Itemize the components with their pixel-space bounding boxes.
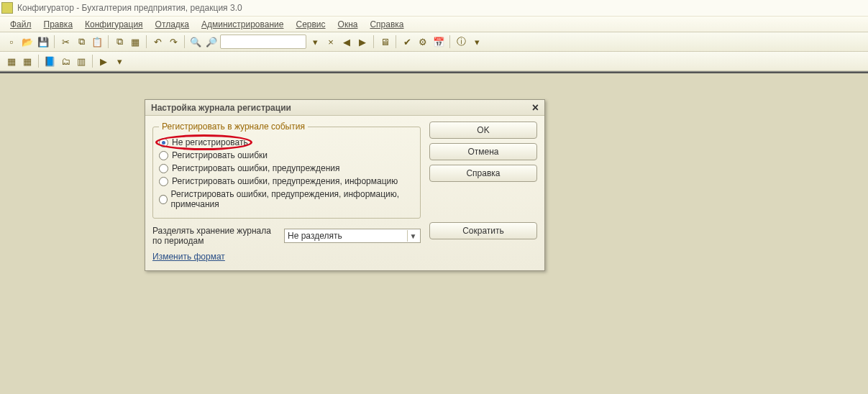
compare-icon[interactable]: ⧉ [112, 35, 127, 49]
menu-edit[interactable]: Правка [38, 17, 79, 32]
layers-icon[interactable]: 🗂 [58, 54, 73, 68]
menu-admin[interactable]: Администрирование [196, 17, 289, 32]
period-label: Разделять хранение журнала по периодам [152, 226, 278, 246]
period-value: Не разделять [288, 231, 342, 241]
save-icon[interactable]: 💾 [36, 35, 50, 49]
redo-icon[interactable]: ↷ [166, 35, 181, 49]
radio-icon [159, 151, 168, 160]
toolbar-separator [396, 35, 396, 48]
calendar-icon[interactable]: 📅 [431, 35, 446, 49]
chevron-down-icon: ▼ [407, 230, 419, 242]
radio-icon [159, 177, 168, 186]
screen-icon[interactable]: 🖥 [378, 35, 392, 49]
run-icon[interactable]: ▶ [96, 54, 111, 68]
period-select[interactable]: Не разделять ▼ [284, 229, 421, 243]
radio-label: Регистрировать ошибки, предупреждения [172, 163, 340, 173]
app-icon [1, 2, 13, 14]
syntax-check-icon[interactable]: ✔︎ [400, 35, 414, 49]
log-settings-dialog: Настройка журнала регистрации × Регистри… [145, 99, 545, 271]
paste-icon[interactable]: 📋 [90, 35, 104, 49]
shrink-button[interactable]: Сократить [429, 222, 537, 239]
radio-errors-warnings-info[interactable]: Регистрировать ошибки, предупреждения, и… [159, 175, 414, 188]
radio-icon [159, 164, 168, 173]
find-icon[interactable]: 🔍 [188, 35, 203, 49]
radio-label: Регистрировать ошибки, предупреждения, и… [172, 176, 398, 186]
radio-errors[interactable]: Регистрировать ошибки [159, 149, 414, 162]
change-format-link[interactable]: Изменить формат [152, 252, 225, 262]
toolbar-separator [146, 35, 147, 48]
menu-windows[interactable]: Окна [332, 17, 364, 32]
grid1-icon[interactable]: ▦ [4, 54, 19, 68]
close-icon[interactable]: × [529, 101, 542, 114]
events-group: Регистрировать в журнале события Не реги… [152, 122, 421, 219]
toolbar-row-1: ▫ 📂 💾 ✂ ⧉ 📋 ⧉ ▦ ↶ ↷ 🔍 🔎 ▾ × ◀ ▶ 🖥 ✔︎ ⚙ 📅… [0, 32, 868, 52]
ok-button[interactable]: OK [429, 122, 537, 139]
toolbar-row-2: ▦ ▦ 📘 🗂 ▥ ▶ ▾ [0, 52, 868, 71]
client-separator [0, 72, 868, 73]
search-input[interactable] [220, 35, 306, 49]
menu-file[interactable]: Файл [4, 17, 37, 32]
toolbar-separator [108, 35, 109, 48]
cut-icon[interactable]: ✂ [58, 35, 73, 49]
undo-icon[interactable]: ↶ [150, 35, 165, 49]
dropdown-arrow-icon[interactable]: ▾ [308, 35, 322, 49]
toolbar-separator [184, 35, 185, 48]
help-button[interactable]: Справка [429, 165, 537, 182]
radio-label: Регистрировать ошибки [172, 150, 268, 160]
clear-icon[interactable]: × [324, 35, 338, 49]
new-icon[interactable]: ▫ [4, 35, 19, 49]
info-icon[interactable]: ⓘ [454, 35, 468, 49]
toolbar-separator [54, 35, 55, 48]
toolbar-separator [373, 35, 374, 48]
nav-prev-icon[interactable]: ◀ [339, 35, 354, 49]
radio-label: Регистрировать ошибки, предупреждения, и… [171, 189, 414, 209]
columns-icon[interactable]: ▥ [74, 54, 88, 68]
radio-icon [159, 195, 168, 204]
grid-icon[interactable]: ▦ [128, 35, 142, 49]
open-icon[interactable]: 📂 [20, 35, 35, 49]
radio-no-log[interactable]: Не регистрировать [159, 136, 414, 149]
find-next-icon[interactable]: 🔎 [204, 35, 219, 49]
toolbar-separator [38, 55, 39, 68]
radio-errors-warnings-info-notes[interactable]: Регистрировать ошибки, предупреждения, и… [159, 188, 414, 211]
menu-service[interactable]: Сервис [290, 17, 331, 32]
dialog-titlebar: Настройка журнала регистрации × [145, 100, 544, 116]
book-icon[interactable]: 📘 [42, 54, 57, 68]
window-title: Конфигуратор - Бухгалтерия предприятия, … [17, 3, 242, 13]
menu-help[interactable]: Справка [364, 17, 409, 32]
title-bar: Конфигуратор - Бухгалтерия предприятия, … [0, 0, 868, 16]
toolbar-separator [92, 55, 93, 68]
dialog-title: Настройка журнала регистрации [151, 103, 291, 113]
tool-icon[interactable]: ⚙ [416, 35, 430, 49]
radio-icon [159, 138, 168, 147]
events-legend: Регистрировать в журнале события [159, 122, 308, 132]
grid2-icon[interactable]: ▦ [20, 54, 35, 68]
menu-bar: Файл Правка Конфигурация Отладка Админис… [0, 16, 868, 32]
menu-debug[interactable]: Отладка [150, 17, 195, 32]
menu-config[interactable]: Конфигурация [79, 17, 149, 32]
radio-errors-warnings[interactable]: Регистрировать ошибки, предупреждения [159, 162, 414, 175]
nav-next-icon[interactable]: ▶ [355, 35, 370, 49]
dropdown-arrow-icon[interactable]: ▾ [470, 35, 484, 49]
copy-icon[interactable]: ⧉ [74, 35, 88, 49]
radio-label: Не регистрировать [172, 137, 248, 147]
cancel-button[interactable]: Отмена [429, 143, 537, 160]
toolbar-separator [449, 35, 450, 48]
dropdown-arrow-icon[interactable]: ▾ [112, 54, 127, 68]
